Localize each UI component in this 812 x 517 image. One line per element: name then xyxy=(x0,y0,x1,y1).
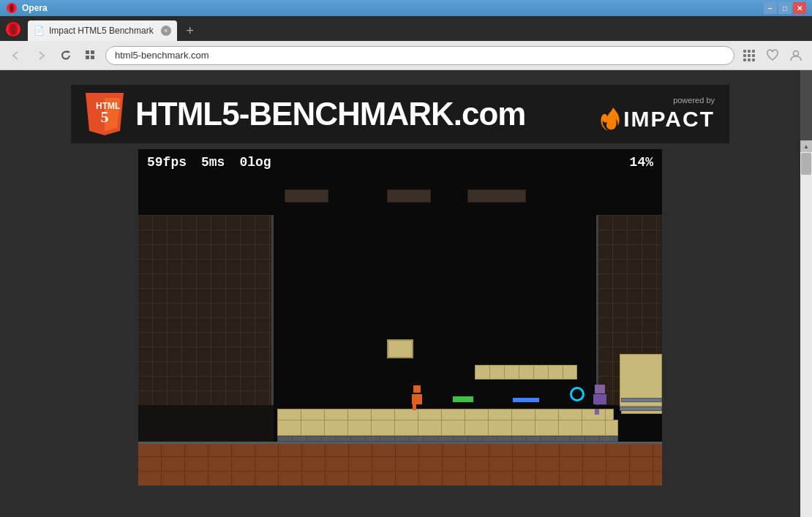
grid-icon xyxy=(85,50,97,61)
opera-logo-icon xyxy=(6,2,18,14)
reload-icon xyxy=(60,50,72,61)
svg-rect-14 xyxy=(743,54,746,57)
svg-rect-16 xyxy=(752,54,755,57)
svg-rect-12 xyxy=(748,50,751,53)
forward-icon xyxy=(36,50,46,61)
powered-by-text: powered by xyxy=(673,96,715,105)
enemy-character xyxy=(593,385,606,408)
maximize-button[interactable]: □ xyxy=(778,2,792,14)
log-display: 0log xyxy=(239,155,271,170)
heart-icon xyxy=(766,49,779,62)
tab-close-button[interactable]: × xyxy=(161,26,171,36)
float-platform xyxy=(475,365,577,380)
impact-flame-icon xyxy=(597,106,620,132)
new-tab-button[interactable]: + xyxy=(180,20,200,41)
close-button[interactable]: ✕ xyxy=(793,2,806,14)
svg-rect-18 xyxy=(748,59,751,61)
svg-point-2 xyxy=(10,4,14,12)
svg-rect-8 xyxy=(91,50,94,54)
game-hud: 59fps 5ms 0log 14% xyxy=(138,155,662,170)
rail-row xyxy=(277,436,618,442)
nav-right-icons xyxy=(739,45,806,66)
grid-button[interactable] xyxy=(80,45,101,66)
fps-display: 59fps xyxy=(147,155,187,170)
player-character xyxy=(412,385,422,407)
tile-3 xyxy=(467,189,526,203)
grid2-icon xyxy=(743,49,756,62)
heart-button[interactable] xyxy=(762,45,783,66)
nav-bar: html5-benchmark.com xyxy=(0,41,812,70)
svg-rect-15 xyxy=(748,54,751,57)
scroll-up-button[interactable]: ▲ xyxy=(800,140,812,152)
tab-label: Impact HTML5 Benchmark xyxy=(49,26,154,36)
site-title: HTML5-BENCHMARK.com xyxy=(135,96,525,132)
dirt-bottom xyxy=(138,442,662,486)
address-text: html5-benchmark.com xyxy=(115,50,209,61)
title-bar-controls: − □ ✕ xyxy=(764,2,806,14)
svg-rect-19 xyxy=(752,59,755,61)
svg-point-20 xyxy=(794,50,799,56)
html5-badge-svg: 5 HTML xyxy=(86,93,124,135)
blue-platform xyxy=(513,398,539,402)
game-canvas: 59fps 5ms 0log 14% xyxy=(138,149,662,486)
title-bar-text: Opera xyxy=(22,3,48,13)
svg-rect-17 xyxy=(743,59,746,61)
powered-by-section: powered by IMPACT xyxy=(597,96,715,132)
html5-badge: 5 HTML xyxy=(86,93,124,135)
active-tab[interactable]: 📄 Impact HTML5 Benchmark × xyxy=(28,20,177,41)
svg-rect-10 xyxy=(91,56,94,59)
page-content: 5 HTML HTML5-BENCHMARK.com powered by IM… xyxy=(0,70,800,517)
address-bar[interactable]: html5-benchmark.com xyxy=(105,46,734,65)
page-background: 5 HTML HTML5-BENCHMARK.com powered by IM… xyxy=(0,70,800,517)
tile-1 xyxy=(285,189,328,203)
opera-logo-svg xyxy=(5,21,21,37)
forward-button[interactable] xyxy=(31,45,51,66)
svg-text:HTML: HTML xyxy=(96,101,120,111)
minimize-button[interactable]: − xyxy=(764,2,777,14)
ring-collectible xyxy=(570,387,584,401)
ground-row-2 xyxy=(277,420,618,436)
svg-rect-7 xyxy=(86,50,89,54)
profile-icon xyxy=(789,49,802,62)
scroll-track[interactable] xyxy=(800,152,812,517)
profile-button[interactable] xyxy=(786,45,806,66)
metal-rail-2 xyxy=(620,407,662,411)
title-bar: Opera − □ ✕ xyxy=(0,0,812,16)
tab-favicon-icon: 📄 xyxy=(34,26,45,36)
tile-2 xyxy=(387,189,431,203)
scroll-thumb[interactable] xyxy=(801,153,811,175)
opera-icon[interactable] xyxy=(3,19,23,39)
svg-rect-9 xyxy=(86,56,89,59)
svg-point-5 xyxy=(10,23,17,35)
impact-text: IMPACT xyxy=(623,107,715,132)
speed-dial-button[interactable] xyxy=(739,45,759,66)
green-platform xyxy=(453,396,473,402)
ms-display: 5ms xyxy=(201,155,225,170)
svg-rect-11 xyxy=(743,50,746,53)
title-bar-left: Opera xyxy=(6,2,48,14)
svg-rect-13 xyxy=(752,50,755,53)
impact-logo: IMPACT xyxy=(597,106,715,132)
metal-rail-1 xyxy=(621,398,662,402)
site-header: 5 HTML HTML5-BENCHMARK.com powered by IM… xyxy=(71,85,729,143)
percent-display: 14% xyxy=(630,155,653,170)
left-wall xyxy=(138,215,274,405)
reload-button[interactable] xyxy=(56,45,76,66)
box-1 xyxy=(387,339,413,358)
browser-content: 5 HTML HTML5-BENCHMARK.com powered by IM… xyxy=(0,70,812,517)
back-icon xyxy=(11,50,21,61)
tab-bar: 📄 Impact HTML5 Benchmark × + xyxy=(0,16,812,41)
scrollbar[interactable]: ▲ ▼ xyxy=(800,140,812,517)
back-button[interactable] xyxy=(6,45,26,66)
